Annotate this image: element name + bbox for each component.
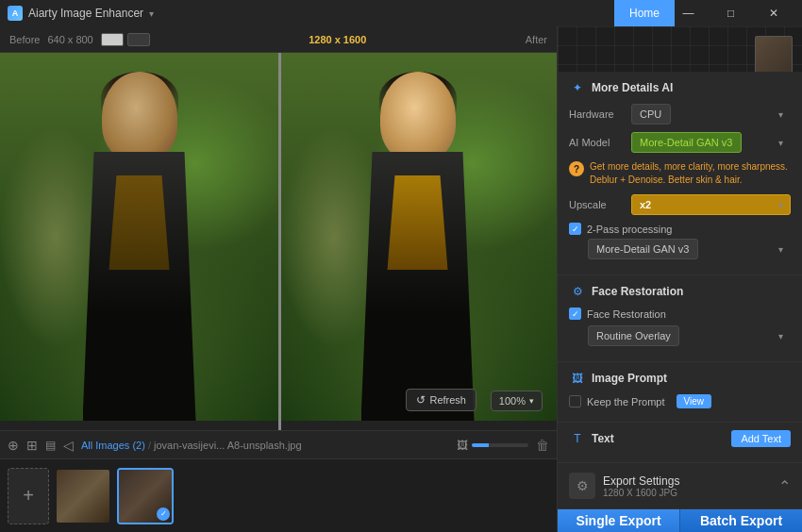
preview-thumbnail: [558, 26, 802, 72]
export-settings-icon: ⚙: [569, 473, 595, 499]
head-before: [102, 72, 177, 161]
home-button[interactable]: Home: [614, 0, 675, 26]
titlebar-left: A Aiarty Image Enhancer ▾: [8, 6, 154, 21]
help-icon: ?: [569, 161, 584, 176]
more-details-header: ✦ More Details AI: [569, 79, 791, 96]
hardware-select[interactable]: CPU GPU: [631, 104, 671, 125]
upscale-label: Upscale: [569, 199, 624, 210]
canvas-area: ↺ Refresh 100% ▾: [0, 53, 557, 430]
keep-prompt-label: Keep the Prompt: [587, 396, 665, 407]
hardware-label: Hardware: [569, 108, 624, 120]
before-label: Before: [9, 34, 40, 45]
head-after: [380, 72, 456, 161]
export-resolution: 1280 X 1600: [603, 488, 657, 498]
view-button[interactable]: View: [677, 394, 712, 408]
upscale-select-wrapper: x2 x4: [631, 194, 791, 215]
breadcrumb-file1: jovan-vasijevi...: [154, 440, 225, 451]
image-prompt-title: Image Prompt: [592, 372, 667, 385]
help-text: Get more details, more clarity, more sha…: [590, 160, 791, 187]
face-restore-model-row: Routine Overlay: [588, 325, 791, 346]
face-restore-icon: ⚙: [569, 283, 586, 300]
ai-model-select[interactable]: More-Detail GAN v3 Standard GAN: [631, 132, 742, 153]
file-indicator: 🖼: [457, 439, 528, 452]
hardware-select-wrapper: CPU GPU: [631, 104, 791, 125]
filmstrip: + ✓: [0, 458, 557, 532]
image-viewer: Before 640 x 800 1280 x 1600 After: [0, 26, 557, 532]
app-icon: A: [8, 6, 23, 21]
hardware-row: Hardware CPU GPU: [569, 104, 791, 125]
export-expand-icon[interactable]: ⌃: [778, 477, 791, 495]
image-prompt-icon: 🖼: [569, 370, 586, 387]
two-pass-label: 2-Pass processing: [587, 224, 673, 235]
add-image-icon[interactable]: ⊕: [8, 438, 19, 453]
more-details-section: ✦ More Details AI Hardware CPU GPU AI Mo…: [558, 72, 802, 275]
split-view-btn[interactable]: [101, 33, 124, 46]
thumbnail-1-img: [57, 470, 109, 523]
face-restore-checkbox-row: ✓ Face Restoration: [569, 308, 791, 320]
maximize-button[interactable]: □: [710, 0, 752, 26]
thumbnail-2[interactable]: ✓: [117, 468, 174, 524]
split-divider[interactable]: [278, 53, 281, 430]
close-button[interactable]: ✕: [752, 0, 794, 26]
two-pass-checkbox[interactable]: ✓: [569, 223, 581, 235]
after-label: After: [526, 34, 547, 45]
zoom-dropdown-icon: ▾: [529, 396, 534, 406]
breadcrumb-file2: A8-unsplash.jpg: [227, 440, 302, 451]
progress-bar: [472, 443, 528, 447]
titlebar-dropdown-icon[interactable]: ▾: [149, 8, 154, 19]
delete-icon[interactable]: 🗑: [536, 438, 549, 453]
face-restore-checkbox[interactable]: ✓: [569, 308, 581, 320]
add-image-button[interactable]: +: [8, 468, 49, 524]
titlebar-controls: — □ ✕: [667, 0, 794, 26]
export-info: Export Settings 1280 X 1600 JPG: [603, 474, 778, 498]
two-pass-model-select[interactable]: More-Detail GAN v3: [588, 239, 698, 259]
zoom-button[interactable]: 100% ▾: [491, 391, 543, 411]
batch-export-button[interactable]: Batch Export: [680, 509, 802, 532]
image-prompt-header: 🖼 Image Prompt: [569, 370, 791, 387]
grid-view-icon[interactable]: ⊞: [26, 438, 38, 453]
file-icon: 🖼: [457, 439, 468, 452]
face-restore-label: Face Restoration: [587, 308, 666, 320]
refresh-button[interactable]: ↺ Refresh: [406, 389, 476, 411]
view-toggle: [101, 33, 150, 46]
ai-model-select-wrapper: More-Detail GAN v3 Standard GAN: [631, 132, 791, 153]
main-layout: Before 640 x 800 1280 x 1600 After: [0, 26, 802, 532]
app-title: Aiarty Image Enhancer: [28, 7, 143, 20]
refresh-label: Refresh: [429, 394, 466, 406]
two-pass-model-wrapper: More-Detail GAN v3: [588, 239, 791, 259]
upscale-row: Upscale x2 x4: [569, 194, 791, 215]
export-sub: 1280 X 1600 JPG: [603, 488, 778, 498]
breadcrumb-root[interactable]: All Images (2): [81, 440, 145, 451]
export-buttons: Single Export Batch Export: [558, 509, 802, 532]
text-section: T Text Add Text: [558, 423, 802, 463]
back-icon[interactable]: ◁: [63, 438, 74, 453]
help-row: ? Get more details, more clarity, more s…: [569, 160, 791, 187]
text-title: Text: [592, 432, 614, 445]
zoom-label: 100%: [499, 395, 526, 407]
after-photo: [278, 53, 557, 421]
person-before: [64, 72, 215, 421]
thumbnail-1[interactable]: [55, 468, 111, 524]
image-prompt-section: 🖼 Image Prompt Keep the Prompt View: [558, 362, 802, 423]
ai-model-row: AI Model More-Detail GAN v3 Standard GAN: [569, 132, 791, 153]
refresh-icon: ↺: [416, 393, 426, 407]
more-details-title: More Details AI: [592, 81, 673, 94]
single-export-button[interactable]: Single Export: [558, 509, 680, 532]
viewer-bottombar: ⊕ ⊞ ▤ ◁ All Images (2) / jovan-vasijevi.…: [0, 430, 557, 458]
export-format: JPG: [660, 488, 677, 498]
preview-thumb-img: [755, 36, 793, 72]
keep-prompt-checkbox[interactable]: [569, 395, 581, 407]
face-restore-model-select[interactable]: Routine Overlay: [588, 325, 679, 346]
upscale-select[interactable]: x2 x4: [631, 194, 791, 215]
export-settings: ⚙ Export Settings 1280 X 1600 JPG ⌃: [558, 463, 802, 509]
full-view-btn[interactable]: [127, 33, 150, 46]
list-view-icon[interactable]: ▤: [45, 439, 56, 452]
before-image: [0, 53, 278, 421]
two-pass-row: ✓ 2-Pass processing: [569, 223, 791, 235]
after-image: [278, 53, 557, 421]
thumbnail-check-icon: ✓: [157, 507, 170, 521]
before-photo: [0, 53, 278, 421]
add-text-button[interactable]: Add Text: [731, 430, 791, 447]
viewer-topbar-left: Before 640 x 800: [9, 33, 150, 46]
right-panel: ✦ More Details AI Hardware CPU GPU AI Mo…: [557, 26, 802, 532]
